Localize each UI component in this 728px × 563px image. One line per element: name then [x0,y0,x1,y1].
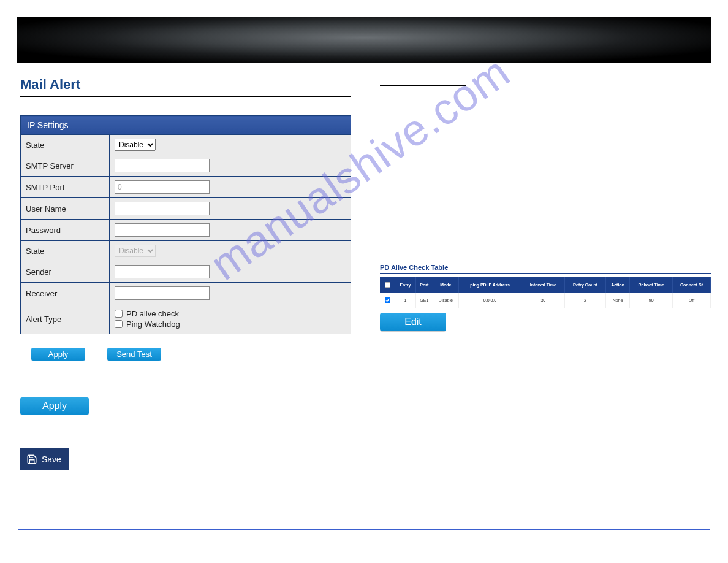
state-select[interactable]: Disable [115,139,156,151]
save-button[interactable]: Save [20,448,69,470]
right-rule-short [380,85,466,86]
receiver-input[interactable] [115,286,210,300]
pd-row-port: GE1 [415,293,433,308]
apply-button[interactable]: Apply [31,348,85,361]
pd-col-mode: Mode [433,277,458,293]
ip-settings-table: IP Settings State Disable SMTP Server SM… [20,115,351,334]
header-banner [17,17,711,63]
ping-watchdog-label: Ping Watchdog [126,320,180,329]
ping-watchdog-checkbox[interactable] [115,320,123,328]
pd-table-title: PD Alive Check Table [380,264,711,271]
alert-type-label: Alert Type [21,304,110,334]
pd-col-interval: Interval Time [521,277,565,293]
table-row: 1 GE1 Disable 0.0.0.0 30 2 None 90 Off [380,293,711,308]
edit-button[interactable]: Edit [380,313,446,331]
pd-row-mode: Disable [433,293,458,308]
pd-col-port: Port [415,277,433,293]
smtp-port-input[interactable] [115,180,210,194]
pd-col-chk[interactable] [380,277,395,293]
password-label: Password [21,220,110,241]
pd-col-entry: Entry [395,277,416,293]
smtp-server-input[interactable] [115,159,210,172]
pd-row-connect: Off [673,293,711,308]
pd-alive-label: PD alive check [126,309,179,318]
state-cell: Disable [110,135,351,155]
state2-select: Disable [115,245,156,257]
pd-col-retry: Retry Count [565,277,605,293]
send-test-button[interactable]: Send Test [107,348,161,361]
pd-alive-checkbox[interactable] [115,310,123,318]
left-column: Mail Alert IP Settings State Disable SMT… [20,77,351,470]
pd-col-reboot: Reboot Time [630,277,673,293]
pd-alive-table: Entry Port Mode ping PD IP Address Inter… [380,277,711,308]
smtp-server-label: SMTP Server [21,155,110,177]
page-title: Mail Alert [20,77,351,93]
pd-col-connect: Connect St [673,277,711,293]
pd-row-chk[interactable] [380,293,395,308]
footer-rule [18,529,710,530]
apply-large-button[interactable]: Apply [20,397,89,415]
pd-row-action: None [605,293,630,308]
receiver-label: Receiver [21,283,110,304]
state2-label: State [21,241,110,261]
button-row: Apply Send Test [20,348,351,361]
state-label: State [21,135,110,155]
save-icon [26,454,37,465]
user-name-label: User Name [21,198,110,220]
pd-row-reboot: 90 [630,293,673,308]
right-rule-blue [561,186,705,186]
pd-row-retry: 2 [565,293,605,308]
pd-row-interval: 30 [521,293,565,308]
right-column: PD Alive Check Table Entry Port Mode pin… [380,77,714,86]
pd-region: PD Alive Check Table Entry Port Mode pin… [380,264,711,331]
pd-row-ip: 0.0.0.0 [458,293,521,308]
section-header: IP Settings [21,116,351,135]
save-label: Save [42,454,61,464]
pd-col-ip: ping PD IP Address [458,277,521,293]
sender-label: Sender [21,261,110,283]
pd-col-action: Action [605,277,630,293]
title-rule [20,96,351,97]
pd-row-entry: 1 [395,293,416,308]
user-name-input[interactable] [115,202,210,215]
password-input[interactable] [115,223,210,237]
pd-title-rule [380,273,711,274]
smtp-port-label: SMTP Port [21,177,110,198]
sender-input[interactable] [115,265,210,278]
